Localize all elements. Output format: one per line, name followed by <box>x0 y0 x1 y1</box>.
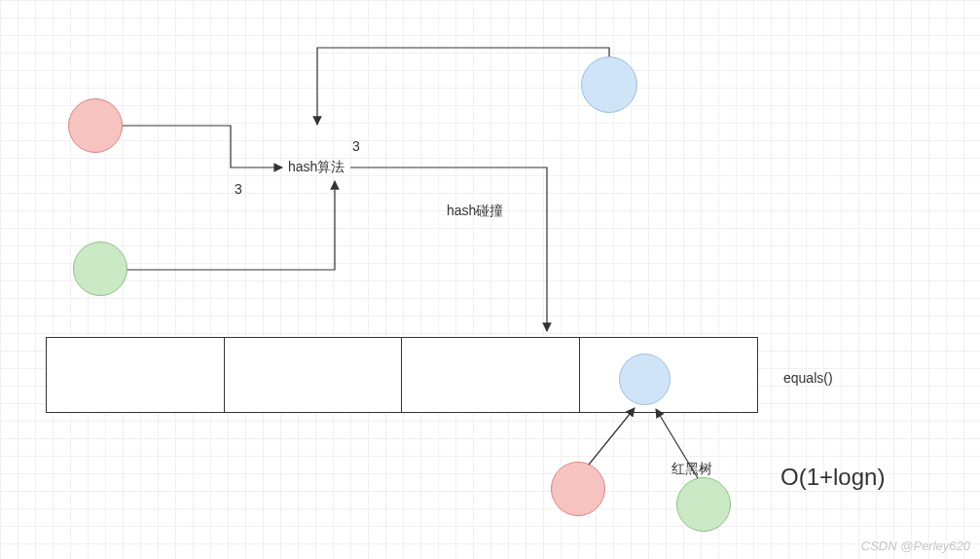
node-blue-in-bucket <box>619 354 671 405</box>
arrow-hash-to-bucket <box>350 168 547 331</box>
node-green-bottom <box>676 477 731 532</box>
node-green-left <box>73 242 127 296</box>
label-complexity: O(1+logn) <box>780 464 885 491</box>
arrow-red-bottom-to-bucket <box>589 408 635 465</box>
label-red-black-tree: 红黑树 <box>671 461 712 478</box>
node-red-bottom <box>551 462 605 516</box>
label-hash-collision: hash碰撞 <box>447 203 503 220</box>
arrow-red-to-hash <box>123 126 282 168</box>
label-hash-algo: hash算法 <box>288 159 345 176</box>
node-red-top <box>68 98 123 153</box>
arrow-blue-to-hash <box>317 48 609 125</box>
node-blue-top <box>581 56 637 113</box>
label-equals: equals() <box>783 370 833 386</box>
label-top-3: 3 <box>352 138 360 154</box>
bucket-cell <box>402 338 580 412</box>
bucket-cell <box>47 338 225 412</box>
label-left-3: 3 <box>235 181 242 197</box>
watermark: CSDN @Perley620 <box>861 539 970 553</box>
bucket-cell <box>225 338 403 412</box>
arrow-green-to-hash <box>127 181 335 270</box>
